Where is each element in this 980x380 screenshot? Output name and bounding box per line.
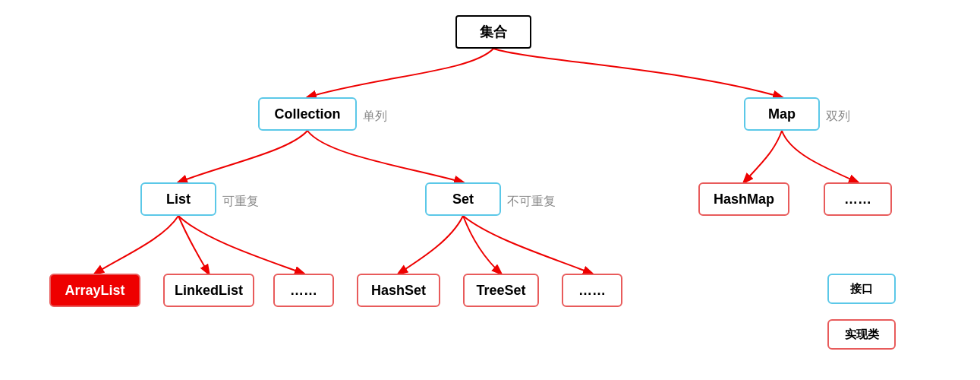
node-root: 集合	[455, 15, 531, 49]
node-list-etc: ……	[273, 274, 334, 307]
label-single-col: 单列	[363, 109, 387, 125]
node-set-etc: ……	[562, 274, 622, 307]
label-double-col: 双列	[826, 109, 850, 125]
label-repeatable: 可重复	[222, 194, 259, 210]
label-not-repeatable: 不可重复	[507, 194, 556, 210]
node-hashmap: HashMap	[698, 182, 789, 216]
node-linkedlist: LinkedList	[163, 274, 254, 307]
node-map-etc: ……	[824, 182, 892, 216]
node-list: List	[140, 182, 216, 216]
node-set: Set	[425, 182, 501, 216]
node-map: Map	[744, 97, 820, 131]
legend-impl-box: 实现类	[827, 319, 896, 350]
node-hashset: HashSet	[357, 274, 440, 307]
node-treeset: TreeSet	[463, 274, 539, 307]
legend-interface-box: 接口	[827, 274, 896, 304]
node-arraylist: ArrayList	[49, 274, 140, 307]
diagram-container: 集合 Collection Map 单列 双列 List 可重复 Set 不可重…	[0, 0, 980, 380]
node-collection: Collection	[258, 97, 357, 131]
